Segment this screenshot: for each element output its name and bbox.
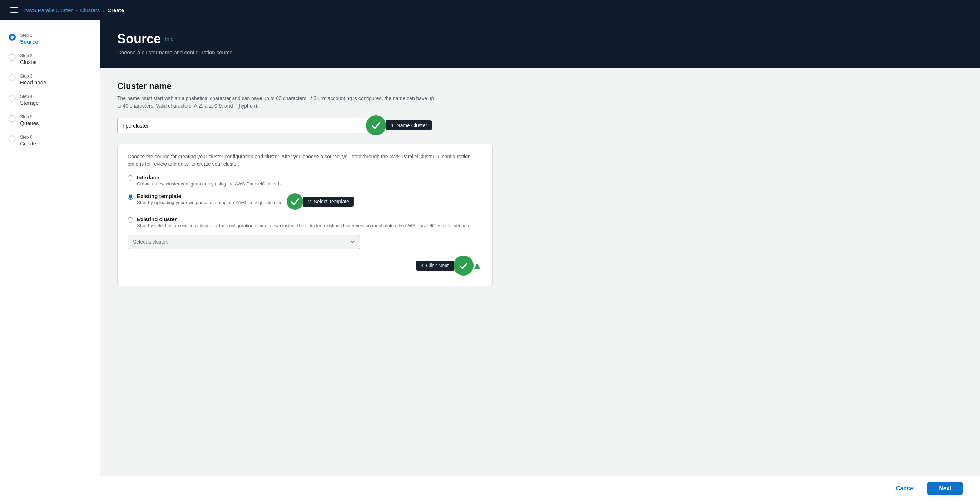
svg-rect-1 [10, 10, 18, 10]
source-selection-box: Choose the source for creating your clus… [117, 144, 493, 286]
radio-template-row: Existing template Start by uploading you… [127, 193, 482, 210]
page-header: Source Info Choose a cluster name and co… [100, 20, 980, 68]
radio-template-sublabel: Start by uploading your own partial or c… [137, 200, 284, 205]
radio-existing-cluster-input[interactable] [127, 217, 133, 223]
cluster-name-title: Cluster name [117, 81, 963, 91]
radio-existing-cluster-sublabel: Start by selecting an existing cluster f… [137, 223, 470, 228]
main-content: Source Info Choose a cluster name and co… [100, 20, 980, 501]
radio-template[interactable]: Existing template Start by uploading you… [127, 193, 284, 205]
step6-name: Create [20, 140, 36, 146]
next-button[interactable]: Next [928, 482, 963, 495]
page-title: Source [117, 32, 161, 46]
radio-interface[interactable]: Interface Create a new cluster configura… [127, 174, 482, 186]
step5-icon [9, 115, 16, 122]
step3-name: Head node [20, 80, 46, 86]
radio-template-label: Existing template [137, 193, 284, 199]
step3-icon [9, 74, 16, 81]
page-layout: Step 1 Source Step 2 Cluster Step 3 Head… [0, 20, 980, 501]
sidebar-item-queues[interactable]: Step 5 Queues [0, 110, 100, 130]
step2-icon [9, 54, 16, 61]
content-area: Cluster name The name must start with an… [100, 68, 980, 501]
radio-existing-cluster-label: Existing cluster [137, 216, 470, 222]
step6-icon [9, 135, 16, 143]
svg-rect-0 [10, 7, 18, 8]
page-subtitle: Choose a cluster name and configuration … [117, 49, 963, 56]
sidebar-item-cluster[interactable]: Step 2 Cluster [0, 49, 100, 69]
sidebar-item-headnode[interactable]: Step 3 Head node [0, 69, 100, 90]
step2-number: Step 2 [20, 53, 37, 58]
cluster-name-input[interactable] [117, 118, 368, 133]
menu-icon[interactable] [9, 4, 20, 16]
select-template-check-icon [286, 193, 303, 210]
svg-rect-2 [10, 12, 18, 13]
info-link[interactable]: Info [165, 36, 173, 42]
click-next-check-icon [453, 256, 474, 275]
step6-number: Step 6 [20, 135, 36, 140]
step4-number: Step 4 [20, 94, 39, 99]
sidebar-item-create[interactable]: Step 6 Create [0, 130, 100, 151]
name-cluster-tooltip: 1. Name Cluster [386, 121, 432, 130]
breadcrumb-aws[interactable]: AWS ParallelCluster [24, 7, 73, 13]
step1-number: Step 1 [20, 33, 38, 38]
click-next-tooltip: 3. Click Next [416, 261, 454, 270]
breadcrumb-clusters[interactable]: Clusters [80, 7, 100, 13]
step1-icon [9, 33, 16, 41]
source-desc: Choose the source for creating your clus… [127, 153, 482, 168]
radio-existing-cluster[interactable]: Existing cluster Start by selecting an e… [127, 216, 482, 228]
sidebar-item-storage[interactable]: Step 4 Storage [0, 90, 100, 110]
cancel-button[interactable]: Cancel [889, 482, 922, 495]
name-cluster-check-icon [366, 115, 386, 135]
step1-name: Source [20, 38, 38, 45]
sidebar-item-source[interactable]: Step 1 Source [0, 29, 100, 49]
cluster-name-row: 1. Name Cluster [117, 115, 963, 135]
radio-template-input[interactable] [127, 194, 133, 200]
breadcrumb-create: Create [107, 7, 124, 13]
page-footer: Cancel Next [100, 476, 980, 501]
cluster-name-desc: The name must start with an alphabetical… [117, 95, 439, 110]
cluster-select-dropdown[interactable]: Select a cluster. [127, 235, 360, 249]
select-template-tooltip: 2. Select Template [303, 197, 354, 207]
cursor-icon: ▲ [472, 260, 482, 271]
sidebar: Step 1 Source Step 2 Cluster Step 3 Head… [0, 20, 100, 501]
step4-name: Storage [20, 100, 39, 106]
step2-name: Cluster [20, 59, 37, 65]
step5-number: Step 5 [20, 115, 39, 119]
radio-interface-label: Interface [137, 174, 284, 180]
radio-interface-sublabel: Create a new cluster configuration by us… [137, 181, 284, 186]
step4-icon [9, 95, 16, 102]
step5-name: Queues [20, 120, 39, 126]
breadcrumb: AWS ParallelCluster › Clusters › Create [24, 7, 124, 13]
step3-number: Step 3 [20, 74, 46, 79]
radio-interface-input[interactable] [127, 175, 133, 181]
top-navigation: AWS ParallelCluster › Clusters › Create [0, 0, 980, 20]
